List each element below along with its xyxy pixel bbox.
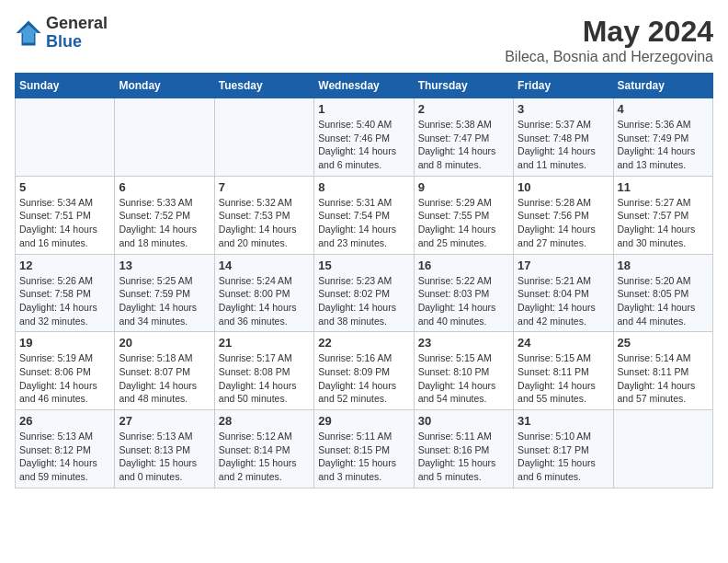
day-info: Sunrise: 5:15 AM Sunset: 8:10 PM Dayligh…	[418, 351, 509, 406]
calendar-table: SundayMondayTuesdayWednesdayThursdayFrid…	[15, 73, 713, 488]
day-info: Sunrise: 5:32 AM Sunset: 7:53 PM Dayligh…	[219, 196, 310, 250]
day-number: 24	[518, 336, 609, 350]
calendar-cell: 11Sunrise: 5:27 AM Sunset: 7:57 PM Dayli…	[613, 176, 712, 254]
header-friday: Friday	[514, 74, 613, 98]
day-info: Sunrise: 5:19 AM Sunset: 8:06 PM Dayligh…	[19, 351, 110, 406]
day-number: 3	[518, 102, 609, 116]
day-number: 17	[518, 259, 609, 272]
day-number: 25	[618, 336, 709, 350]
day-info: Sunrise: 5:28 AM Sunset: 7:56 PM Dayligh…	[518, 196, 609, 250]
calendar-cell: 29Sunrise: 5:11 AM Sunset: 8:15 PM Dayli…	[314, 410, 414, 488]
calendar-cell: 25Sunrise: 5:14 AM Sunset: 8:11 PM Dayli…	[613, 332, 712, 410]
calendar-cell: 8Sunrise: 5:31 AM Sunset: 7:54 PM Daylig…	[314, 176, 414, 254]
day-info: Sunrise: 5:17 AM Sunset: 8:08 PM Dayligh…	[219, 351, 310, 406]
day-info: Sunrise: 5:16 AM Sunset: 8:09 PM Dayligh…	[318, 351, 409, 406]
calendar-week-row: 19Sunrise: 5:19 AM Sunset: 8:06 PM Dayli…	[16, 332, 713, 410]
day-info: Sunrise: 5:36 AM Sunset: 7:49 PM Dayligh…	[618, 118, 709, 172]
day-number: 19	[19, 336, 110, 350]
day-number: 27	[119, 414, 210, 428]
calendar-week-row: 26Sunrise: 5:13 AM Sunset: 8:12 PM Dayli…	[16, 410, 713, 488]
day-number: 23	[418, 336, 509, 350]
logo-text: General Blue	[46, 15, 108, 52]
header-wednesday: Wednesday	[314, 74, 414, 98]
calendar-cell: 3Sunrise: 5:37 AM Sunset: 7:48 PM Daylig…	[514, 98, 613, 177]
calendar-cell: 16Sunrise: 5:22 AM Sunset: 8:03 PM Dayli…	[414, 254, 513, 332]
day-info: Sunrise: 5:21 AM Sunset: 8:04 PM Dayligh…	[518, 274, 609, 328]
page-header: General Blue May 2024 Bileca, Bosnia and…	[15, 15, 713, 65]
calendar-cell: 18Sunrise: 5:20 AM Sunset: 8:05 PM Dayli…	[613, 254, 712, 332]
calendar-cell: 31Sunrise: 5:10 AM Sunset: 8:17 PM Dayli…	[514, 410, 613, 488]
calendar-header-row: SundayMondayTuesdayWednesdayThursdayFrid…	[16, 74, 713, 98]
logo-blue-text: Blue	[46, 33, 108, 52]
calendar-cell: 30Sunrise: 5:11 AM Sunset: 8:16 PM Dayli…	[414, 410, 513, 488]
day-info: Sunrise: 5:34 AM Sunset: 7:51 PM Dayligh…	[19, 196, 110, 250]
day-info: Sunrise: 5:24 AM Sunset: 8:00 PM Dayligh…	[219, 274, 310, 328]
day-number: 5	[19, 180, 110, 194]
day-info: Sunrise: 5:15 AM Sunset: 8:11 PM Dayligh…	[518, 351, 609, 406]
day-number: 30	[418, 414, 509, 428]
day-info: Sunrise: 5:11 AM Sunset: 8:15 PM Dayligh…	[318, 430, 409, 484]
calendar-week-row: 12Sunrise: 5:26 AM Sunset: 7:58 PM Dayli…	[16, 254, 713, 332]
day-info: Sunrise: 5:14 AM Sunset: 8:11 PM Dayligh…	[618, 351, 709, 406]
calendar-cell: 6Sunrise: 5:33 AM Sunset: 7:52 PM Daylig…	[115, 176, 214, 254]
day-number: 4	[618, 102, 709, 116]
day-number: 6	[119, 180, 210, 194]
day-info: Sunrise: 5:33 AM Sunset: 7:52 PM Dayligh…	[119, 196, 210, 250]
title-block: May 2024 Bileca, Bosnia and Herzegovina	[505, 15, 713, 65]
header-tuesday: Tuesday	[214, 74, 313, 98]
header-sunday: Sunday	[16, 74, 115, 98]
calendar-cell: 28Sunrise: 5:12 AM Sunset: 8:14 PM Dayli…	[214, 410, 313, 488]
logo: General Blue	[15, 15, 108, 52]
calendar-cell: 23Sunrise: 5:15 AM Sunset: 8:10 PM Dayli…	[414, 332, 513, 410]
calendar-cell: 20Sunrise: 5:18 AM Sunset: 8:07 PM Dayli…	[115, 332, 214, 410]
day-info: Sunrise: 5:40 AM Sunset: 7:46 PM Dayligh…	[318, 118, 409, 172]
day-info: Sunrise: 5:26 AM Sunset: 7:58 PM Dayligh…	[19, 274, 110, 328]
day-number: 1	[318, 102, 409, 116]
day-number: 14	[219, 259, 310, 272]
day-info: Sunrise: 5:22 AM Sunset: 8:03 PM Dayligh…	[418, 274, 509, 328]
calendar-cell: 4Sunrise: 5:36 AM Sunset: 7:49 PM Daylig…	[613, 98, 712, 177]
header-monday: Monday	[115, 74, 214, 98]
day-number: 21	[219, 336, 310, 350]
day-info: Sunrise: 5:27 AM Sunset: 7:57 PM Dayligh…	[618, 196, 709, 250]
logo-icon	[15, 19, 42, 47]
day-info: Sunrise: 5:12 AM Sunset: 8:14 PM Dayligh…	[219, 430, 310, 484]
day-number: 13	[119, 259, 210, 272]
day-number: 16	[418, 259, 509, 272]
calendar-cell	[613, 410, 712, 488]
day-number: 18	[618, 259, 709, 272]
calendar-cell: 10Sunrise: 5:28 AM Sunset: 7:56 PM Dayli…	[514, 176, 613, 254]
calendar-cell	[115, 98, 214, 177]
location-subtitle: Bileca, Bosnia and Herzegovina	[505, 49, 713, 65]
calendar-week-row: 5Sunrise: 5:34 AM Sunset: 7:51 PM Daylig…	[16, 176, 713, 254]
day-info: Sunrise: 5:37 AM Sunset: 7:48 PM Dayligh…	[518, 118, 609, 172]
day-number: 15	[318, 259, 409, 272]
day-number: 28	[219, 414, 310, 428]
calendar-cell	[16, 98, 115, 177]
calendar-cell: 7Sunrise: 5:32 AM Sunset: 7:53 PM Daylig…	[214, 176, 313, 254]
day-number: 26	[19, 414, 110, 428]
calendar-cell: 21Sunrise: 5:17 AM Sunset: 8:08 PM Dayli…	[214, 332, 313, 410]
calendar-cell: 27Sunrise: 5:13 AM Sunset: 8:13 PM Dayli…	[115, 410, 214, 488]
calendar-cell: 5Sunrise: 5:34 AM Sunset: 7:51 PM Daylig…	[16, 176, 115, 254]
day-number: 12	[19, 259, 110, 272]
calendar-week-row: 1Sunrise: 5:40 AM Sunset: 7:46 PM Daylig…	[16, 98, 713, 177]
day-number: 10	[518, 180, 609, 194]
day-info: Sunrise: 5:25 AM Sunset: 7:59 PM Dayligh…	[119, 274, 210, 328]
day-number: 22	[318, 336, 409, 350]
day-number: 20	[119, 336, 210, 350]
day-info: Sunrise: 5:13 AM Sunset: 8:12 PM Dayligh…	[19, 430, 110, 484]
day-info: Sunrise: 5:20 AM Sunset: 8:05 PM Dayligh…	[618, 274, 709, 328]
day-info: Sunrise: 5:29 AM Sunset: 7:55 PM Dayligh…	[418, 196, 509, 250]
month-year-title: May 2024	[505, 15, 713, 49]
calendar-cell: 24Sunrise: 5:15 AM Sunset: 8:11 PM Dayli…	[514, 332, 613, 410]
calendar-cell: 19Sunrise: 5:19 AM Sunset: 8:06 PM Dayli…	[16, 332, 115, 410]
calendar-cell: 13Sunrise: 5:25 AM Sunset: 7:59 PM Dayli…	[115, 254, 214, 332]
day-number: 11	[618, 180, 709, 194]
day-number: 7	[219, 180, 310, 194]
header-thursday: Thursday	[414, 74, 513, 98]
day-number: 31	[518, 414, 609, 428]
calendar-cell: 26Sunrise: 5:13 AM Sunset: 8:12 PM Dayli…	[16, 410, 115, 488]
calendar-cell: 15Sunrise: 5:23 AM Sunset: 8:02 PM Dayli…	[314, 254, 414, 332]
calendar-cell: 1Sunrise: 5:40 AM Sunset: 7:46 PM Daylig…	[314, 98, 414, 177]
